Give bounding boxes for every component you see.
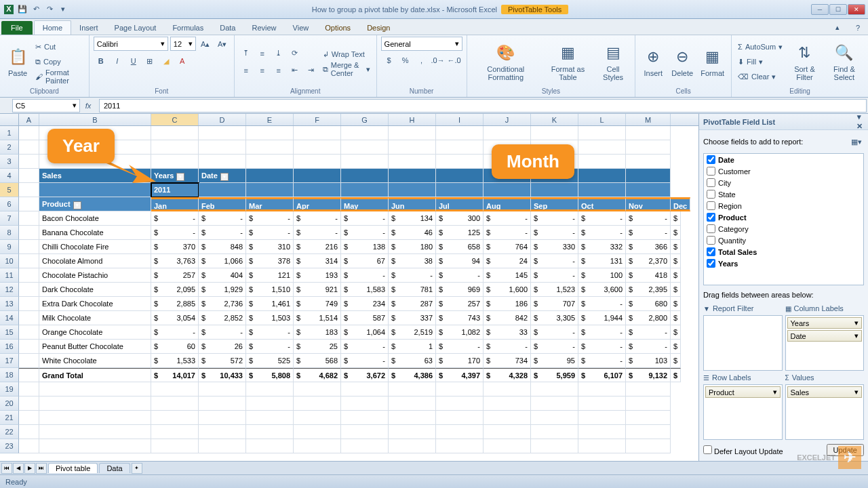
redo-button[interactable]: ↷ — [43, 3, 56, 16]
cell[interactable]: $2,395 — [626, 283, 671, 297]
cell[interactable]: $743 — [436, 311, 484, 325]
select-all-corner[interactable] — [0, 114, 19, 125]
increase-decimal-button[interactable]: .0→ — [431, 53, 446, 68]
cell[interactable] — [578, 439, 626, 453]
cell[interactable] — [246, 439, 294, 453]
cell[interactable] — [341, 382, 389, 396]
cell[interactable]: $- — [531, 325, 578, 340]
row-header[interactable]: 10 — [0, 254, 19, 268]
cell[interactable] — [246, 155, 294, 169]
cell[interactable]: $- — [341, 340, 389, 354]
cell[interactable] — [484, 382, 531, 396]
cell[interactable] — [19, 226, 39, 240]
cell[interactable] — [436, 411, 484, 425]
next-sheet-button[interactable]: ▶ — [24, 463, 35, 474]
cell[interactable]: $234 — [341, 297, 389, 311]
cell[interactable]: $- — [199, 211, 246, 226]
cell[interactable]: $67 — [341, 254, 389, 268]
cell[interactable]: $3,672 — [341, 368, 389, 382]
cell[interactable]: $366 — [626, 240, 671, 254]
formula-bar[interactable]: 2011 — [99, 99, 867, 113]
cell[interactable]: $180 — [389, 240, 436, 254]
cell[interactable]: $314 — [294, 254, 341, 268]
cell[interactable] — [19, 126, 39, 140]
cell[interactable] — [19, 155, 39, 169]
cell[interactable]: $170 — [436, 354, 484, 368]
col-header[interactable]: K — [531, 114, 578, 125]
cell[interactable] — [19, 311, 39, 325]
autosum-button[interactable]: Σ AutoSum▾ — [736, 40, 785, 54]
cell[interactable] — [19, 439, 39, 453]
cell[interactable] — [389, 396, 436, 411]
cell[interactable]: White Chocolate — [39, 354, 151, 368]
columns-area[interactable]: Years▾Date▾ — [785, 315, 865, 371]
cell[interactable] — [246, 169, 294, 183]
cell[interactable]: $749 — [294, 297, 341, 311]
sheet-tab-pivot[interactable]: Pivot table — [48, 463, 98, 473]
cell[interactable]: $287 — [389, 297, 436, 311]
cell[interactable] — [19, 411, 39, 425]
cell[interactable] — [436, 439, 484, 453]
cell[interactable]: $- — [246, 340, 294, 354]
shrink-font-button[interactable]: A▾ — [215, 37, 230, 52]
cell[interactable]: Sep — [531, 197, 578, 211]
cell[interactable]: $- — [531, 340, 578, 354]
clear-button[interactable]: ⌫ Clear▾ — [736, 70, 785, 83]
cell[interactable] — [199, 382, 246, 396]
undo-button[interactable]: ↶ — [30, 3, 42, 16]
cell[interactable]: $- — [531, 268, 578, 283]
cell[interactable] — [199, 155, 246, 169]
cell[interactable] — [151, 439, 199, 453]
cell[interactable]: Jul — [436, 197, 484, 211]
cell[interactable] — [39, 411, 151, 425]
cell[interactable] — [19, 240, 39, 254]
underline-button[interactable]: U — [126, 54, 141, 68]
cell[interactable] — [341, 425, 389, 439]
cell[interactable]: Milk Chocolate — [39, 311, 151, 325]
cell[interactable] — [531, 126, 578, 140]
align-bottom-button[interactable]: ⤓ — [271, 46, 286, 61]
cell[interactable] — [389, 183, 436, 197]
cell[interactable]: $- — [341, 226, 389, 240]
cell[interactable] — [199, 183, 246, 197]
cell[interactable] — [578, 382, 626, 396]
percent-button[interactable]: % — [398, 53, 413, 68]
fill-button[interactable]: ⬇ Fill▾ — [736, 55, 785, 68]
cell[interactable] — [389, 411, 436, 425]
col-header[interactable]: L — [578, 114, 626, 125]
cell[interactable]: $781 — [389, 283, 436, 297]
tab-insert[interactable]: Insert — [71, 21, 106, 35]
cell[interactable]: Jun — [389, 197, 436, 211]
cell[interactable]: Chilli Chocolate Fire — [39, 240, 151, 254]
cell[interactable] — [578, 396, 626, 411]
qat-dropdown[interactable]: ▾ — [57, 3, 69, 16]
cell[interactable]: $145 — [484, 268, 531, 283]
insert-cells-button[interactable]: ⊕Insert — [639, 39, 667, 84]
cell[interactable]: $95 — [531, 354, 578, 368]
cell[interactable]: $10,433 — [199, 368, 246, 382]
cell[interactable] — [246, 425, 294, 439]
cell[interactable]: $- — [578, 340, 626, 354]
cell[interactable]: $ — [671, 240, 681, 254]
cell[interactable]: $- — [484, 226, 531, 240]
cell[interactable]: $- — [294, 211, 341, 226]
row-header[interactable]: 1 — [0, 126, 19, 140]
cell[interactable]: $3,305 — [531, 311, 578, 325]
cell[interactable]: Orange Chocolate — [39, 325, 151, 340]
field-row[interactable]: State — [704, 188, 863, 200]
cell[interactable] — [199, 140, 246, 155]
col-header[interactable]: A — [19, 114, 39, 125]
cell[interactable]: $ — [671, 283, 681, 297]
conditional-formatting-button[interactable]: 🎨Conditional Formatting — [471, 39, 540, 84]
cell[interactable]: $257 — [436, 297, 484, 311]
cell[interactable] — [626, 155, 671, 169]
cell[interactable]: $- — [246, 325, 294, 340]
cell[interactable]: $4,386 — [389, 368, 436, 382]
cell[interactable]: Peanut Butter Chocolate — [39, 340, 151, 354]
cell[interactable] — [246, 411, 294, 425]
cell[interactable] — [389, 425, 436, 439]
cell[interactable]: $- — [294, 226, 341, 240]
cell[interactable]: $707 — [531, 297, 578, 311]
cell[interactable] — [531, 382, 578, 396]
area-item[interactable]: Date▾ — [787, 330, 863, 342]
